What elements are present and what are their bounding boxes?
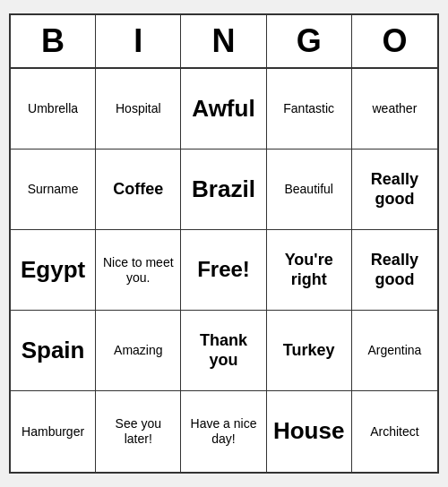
cell-r1c2[interactable]: Hospital — [96, 69, 181, 150]
bingo-grid: Umbrella Hospital Awful Fantastic weathe… — [11, 69, 437, 472]
cell-r5c3[interactable]: Have a nice day! — [181, 391, 266, 472]
cell-r4c5[interactable]: Argentina — [352, 311, 437, 391]
bingo-card: B I N G O Umbrella Hospital Awful Fantas… — [9, 13, 439, 474]
header-b: B — [11, 15, 96, 67]
cell-r3c2[interactable]: Nice to meet you. — [96, 230, 181, 311]
cell-r4c4[interactable]: Turkey — [267, 311, 352, 391]
cell-r1c3[interactable]: Awful — [181, 69, 266, 150]
cell-r2c5[interactable]: Really good — [352, 150, 437, 230]
cell-r1c5[interactable]: weather — [352, 69, 437, 150]
cell-r5c2[interactable]: See you later! — [96, 391, 181, 472]
header-n: N — [181, 15, 266, 67]
cell-r3c1[interactable]: Egypt — [11, 230, 96, 311]
cell-r3c3-free[interactable]: Free! — [181, 230, 266, 311]
cell-r4c2[interactable]: Amazing — [96, 311, 181, 391]
header-i: I — [96, 15, 181, 67]
cell-r4c3[interactable]: Thank you — [181, 311, 266, 391]
cell-r5c4[interactable]: House — [267, 391, 352, 472]
cell-r3c5[interactable]: Really good — [352, 230, 437, 311]
cell-r2c2[interactable]: Coffee — [96, 150, 181, 230]
header-g: G — [267, 15, 352, 67]
cell-r3c4[interactable]: You're right — [267, 230, 352, 311]
cell-r2c1[interactable]: Surname — [11, 150, 96, 230]
cell-r2c4[interactable]: Beautiful — [267, 150, 352, 230]
bingo-header: B I N G O — [11, 15, 437, 69]
cell-r4c1[interactable]: Spain — [11, 311, 96, 391]
cell-r2c3[interactable]: Brazil — [181, 150, 266, 230]
cell-r5c1[interactable]: Hamburger — [11, 391, 96, 472]
cell-r1c1[interactable]: Umbrella — [11, 69, 96, 150]
cell-r5c5[interactable]: Architect — [352, 391, 437, 472]
header-o: O — [352, 15, 437, 67]
cell-r1c4[interactable]: Fantastic — [267, 69, 352, 150]
